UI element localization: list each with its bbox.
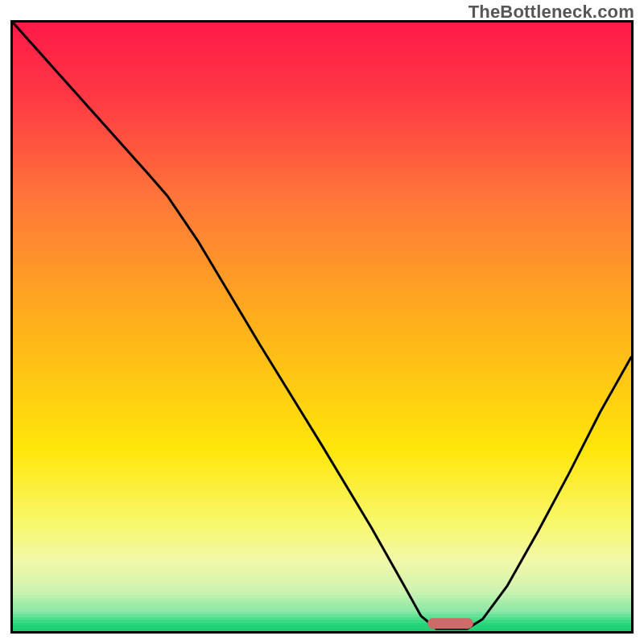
chart-frame [10,20,634,634]
gradient-row [13,631,631,634]
optimal-marker [427,618,473,629]
bottleneck-curve [13,23,631,631]
curve-path [13,23,631,629]
